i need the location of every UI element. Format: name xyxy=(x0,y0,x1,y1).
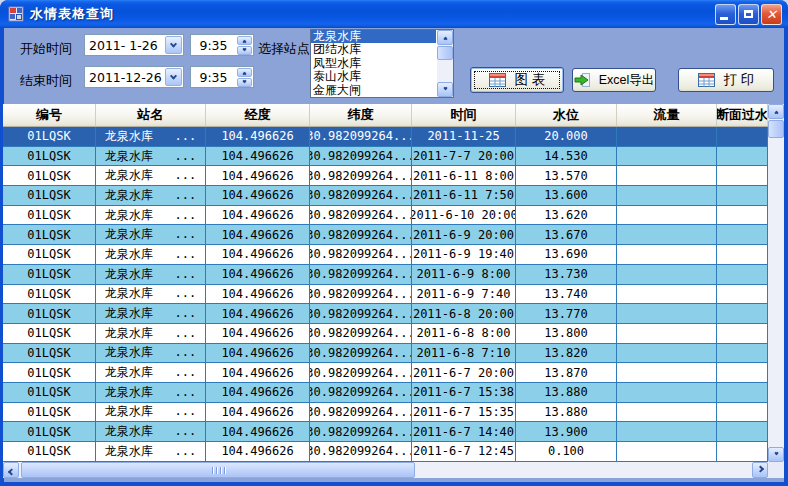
cell-flow xyxy=(617,147,717,166)
listbox-scroll-thumb[interactable] xyxy=(437,46,453,60)
table-row[interactable]: 01LQSK 龙泉水库 ... 104.496626 30.982099264.… xyxy=(3,265,768,285)
cell-flow xyxy=(617,127,717,146)
table-row[interactable]: 01LQSK 龙泉水库 ... 104.496626 30.982099264.… xyxy=(3,166,768,186)
end-time-picker[interactable]: 9:35 xyxy=(190,66,254,88)
end-time-up-icon[interactable] xyxy=(237,68,252,77)
grid-scroll-left-icon[interactable] xyxy=(3,462,19,478)
table-row[interactable]: 01LQSK 龙泉水库 ... 104.496626 30.982099264.… xyxy=(3,285,768,305)
station-list-item[interactable]: 龙泉水库 xyxy=(311,30,436,43)
table-row[interactable]: 01LQSK 龙泉水库 ... 104.496626 30.982099264.… xyxy=(3,206,768,226)
cell-section xyxy=(717,127,768,146)
grid-vscroll-thumb[interactable] xyxy=(768,120,784,138)
cell-station: 龙泉水库 ... xyxy=(96,147,206,166)
cell-latitude: 30.982099264... xyxy=(310,186,412,205)
end-time-label: 结束时间 xyxy=(20,72,72,90)
table-row[interactable]: 01LQSK 龙泉水库 ... 104.496626 30.982099264.… xyxy=(3,147,768,167)
start-time-label: 开始时间 xyxy=(20,40,72,58)
cell-flow xyxy=(617,344,717,363)
listbox-scroll-up-icon[interactable] xyxy=(437,30,453,45)
cell-id: 01LQSK xyxy=(3,422,96,441)
cell-level: 14.530 xyxy=(516,147,617,166)
cell-section xyxy=(717,403,768,422)
listbox-scroll-down-icon[interactable] xyxy=(437,82,453,97)
end-date-dropdown-icon[interactable] xyxy=(165,68,182,86)
table-row[interactable]: 01LQSK 龙泉水库 ... 104.496626 30.982099264.… xyxy=(3,324,768,344)
grid-scroll-right-icon[interactable] xyxy=(752,462,768,478)
start-time-up-icon[interactable] xyxy=(237,36,252,45)
chart-button[interactable]: 图 表 xyxy=(470,67,564,93)
close-button[interactable]: ✕ xyxy=(761,4,782,25)
table-row[interactable]: 01LQSK 龙泉水库 ... 104.496626 30.982099264.… xyxy=(3,225,768,245)
print-button[interactable]: 打 印 xyxy=(678,68,774,92)
cell-station: 龙泉水库 ... xyxy=(96,383,206,402)
station-list-item[interactable]: 团结水库 xyxy=(311,43,436,56)
cell-section xyxy=(717,344,768,363)
cell-time: 2011-6-8 7:10 xyxy=(412,344,516,363)
table-row[interactable]: 01LQSK 龙泉水库 ... 104.496626 30.982099264.… xyxy=(3,403,768,423)
cell-longitude: 104.496626 xyxy=(206,166,310,185)
cell-flow xyxy=(617,363,717,382)
cell-station: 龙泉水库 ... xyxy=(96,403,206,422)
station-list-item[interactable]: 泰山水库 xyxy=(311,70,436,83)
station-list-item[interactable]: 凤型水库 xyxy=(311,57,436,70)
cell-level: 13.870 xyxy=(516,363,617,382)
cell-longitude: 104.496626 xyxy=(206,422,310,441)
station-list-item[interactable]: 金雁大闸 xyxy=(311,84,436,97)
station-name: 金雁大闸 xyxy=(313,83,361,97)
minimize-button[interactable] xyxy=(715,4,736,25)
table-row[interactable]: 01LQSK 龙泉水库 ... 104.496626 30.982099264.… xyxy=(3,304,768,324)
cell-level: 13.740 xyxy=(516,285,617,304)
column-header-section[interactable]: 断面过水 xyxy=(717,104,768,126)
cell-time: 2011-6-9 8:00 xyxy=(412,265,516,284)
table-row[interactable]: 01LQSK 龙泉水库 ... 104.496626 30.982099264.… xyxy=(3,127,768,147)
column-header-station[interactable]: 站名 xyxy=(96,104,206,126)
table-row[interactable]: 01LQSK 龙泉水库 ... 104.496626 30.982099264.… xyxy=(3,363,768,383)
table-row[interactable]: 01LQSK 龙泉水库 ... 104.496626 30.982099264.… xyxy=(3,422,768,442)
cell-id: 01LQSK xyxy=(3,363,96,382)
excel-export-button[interactable]: Excel导出 xyxy=(572,68,656,92)
excel-export-icon xyxy=(574,73,590,87)
maximize-button[interactable] xyxy=(738,4,759,25)
column-header-latitude[interactable]: 纬度 xyxy=(310,104,412,126)
cell-time: 2011-6-7 15:35 xyxy=(412,403,516,422)
column-header-time[interactable]: 时间 xyxy=(412,104,516,126)
minimize-icon xyxy=(720,17,728,20)
end-date-picker[interactable]: 2011-12-26 xyxy=(84,66,184,88)
cell-longitude: 104.496626 xyxy=(206,403,310,422)
start-time-value: 9:35 xyxy=(191,38,236,53)
cell-flow xyxy=(617,265,717,284)
table-row[interactable]: 01LQSK 龙泉水库 ... 104.496626 30.982099264.… xyxy=(3,344,768,364)
cell-section xyxy=(717,324,768,343)
table-row[interactable]: 01LQSK 龙泉水库 ... 104.496626 30.982099264.… xyxy=(3,186,768,206)
grid-vertical-scrollbar[interactable] xyxy=(768,104,784,462)
cell-flow xyxy=(617,245,717,264)
table-row[interactable]: 01LQSK 龙泉水库 ... 104.496626 30.982099264.… xyxy=(3,383,768,403)
column-header-longitude[interactable]: 经度 xyxy=(206,104,310,126)
cell-station: 龙泉水库 ... xyxy=(96,442,206,461)
cell-id: 01LQSK xyxy=(3,127,96,146)
table-row[interactable]: 01LQSK 龙泉水库 ... 104.496626 30.982099264.… xyxy=(3,245,768,265)
print-button-label: 打 印 xyxy=(724,71,755,89)
column-header-id[interactable]: 编号 xyxy=(3,104,96,126)
listbox-scrollbar[interactable] xyxy=(437,30,453,97)
start-time-picker[interactable]: 9:35 xyxy=(190,34,254,56)
column-header-level[interactable]: 水位 xyxy=(516,104,617,126)
grid-horizontal-scrollbar[interactable] xyxy=(3,462,768,478)
station-name: 泰山水库 xyxy=(313,69,361,83)
grid-scroll-up-icon[interactable] xyxy=(768,104,784,119)
cell-level: 13.880 xyxy=(516,403,617,422)
cell-id: 01LQSK xyxy=(3,147,96,166)
grid-scroll-down-icon[interactable] xyxy=(768,447,784,462)
station-listbox[interactable]: 龙泉水库 团结水库 凤型水库 泰山水库 金雁大闸 xyxy=(310,29,454,98)
start-time-down-icon[interactable] xyxy=(237,46,252,55)
table-row[interactable]: 01LQSK 龙泉水库 ... 104.496626 30.982099264.… xyxy=(3,442,768,462)
start-date-dropdown-icon[interactable] xyxy=(165,36,182,54)
cell-station: 龙泉水库 ... xyxy=(96,245,206,264)
column-header-flow[interactable]: 流量 xyxy=(617,104,717,126)
end-time-down-icon[interactable] xyxy=(237,78,252,87)
station-name: 团结水库 xyxy=(313,42,361,56)
cell-id: 01LQSK xyxy=(3,383,96,402)
start-date-picker[interactable]: 2011- 1-26 xyxy=(84,34,184,56)
cell-station: 龙泉水库 ... xyxy=(96,324,206,343)
grid-hscroll-thumb[interactable] xyxy=(21,462,415,478)
